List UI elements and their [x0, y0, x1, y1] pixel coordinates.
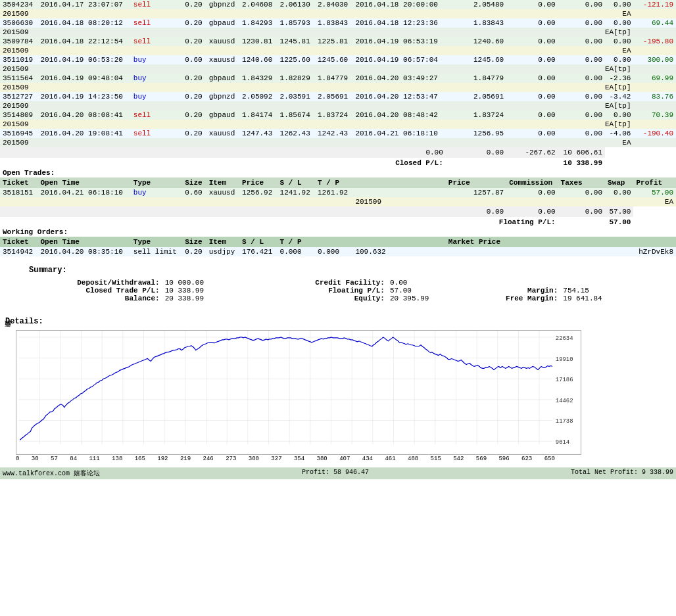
trade-taxes: 0.00 [558, 37, 605, 46]
balance-label: Balance: [26, 295, 165, 302]
trade-close-price: 2.05691 [446, 92, 506, 101]
trade-close-price: 1.84779 [446, 74, 506, 83]
trade-type: sell [131, 129, 182, 138]
wo-comment: hZrDvEk8 [633, 247, 676, 256]
footer-total-label: Total Net Profit: [571, 469, 638, 476]
floating-pnl-row: Floating P/L: 57.00 [0, 217, 676, 227]
col-tp: T / P [315, 178, 352, 188]
trade-price: 1240.60 [239, 55, 277, 64]
wo-col-rest [506, 237, 676, 247]
col-size: Size [182, 178, 206, 188]
trade-sub2: EA[tp] [446, 28, 634, 37]
ot-type: buy [131, 188, 182, 197]
x-label-192: 192 [157, 456, 168, 462]
trade-item: gbpaud [206, 110, 239, 120]
trade-close-price: 1256.95 [446, 129, 506, 138]
details-section: Details: 余额 [0, 308, 676, 467]
trade-swap: 0.00 [605, 55, 633, 64]
trade-sub-row-3506630: 201509 EA[tp] [0, 28, 676, 37]
svg-text:22634: 22634 [556, 335, 573, 342]
ot-sub-profit: 57.00 [605, 206, 633, 217]
trade-ticket: 3509784 [0, 37, 37, 46]
working-orders-title-row: Working Orders: [0, 227, 676, 237]
trade-tp: 1245.60 [315, 55, 352, 64]
trade-tp: 1242.43 [315, 129, 352, 138]
trade-row-3509784: 3509784 2016.04.18 22:12:54 sell 0.20 xa… [0, 37, 676, 46]
x-label-300: 300 [249, 456, 259, 462]
trade-size: 0.20 [182, 18, 206, 28]
trade-open-time: 2016.04.17 23:07:07 [37, 0, 130, 9]
chart-y-title: 余额 [3, 330, 14, 335]
trade-sub-row-3511019: 201509 EA[tp] [0, 64, 676, 74]
trade-row-3511019: 3511019 2016.04.19 06:53:20 buy 0.60 xau… [0, 55, 676, 64]
trade-price: 1.84293 [239, 18, 277, 28]
x-label-30: 30 [32, 456, 39, 462]
ot-current-price: 1257.87 [446, 188, 506, 197]
trade-size: 0.20 [182, 129, 206, 138]
trade-size: 0.20 [182, 92, 206, 101]
subtotal-taxes: 0.00 [446, 147, 506, 158]
ot-taxes: 0.00 [558, 188, 605, 197]
trade-sub2: EA[tp] [446, 120, 634, 129]
trade-swap: -2.36 [605, 74, 633, 83]
x-label-84: 84 [70, 456, 77, 462]
subtotal-commission: 0.00 [352, 147, 445, 158]
x-label-569: 569 [476, 456, 487, 462]
trade-sub-row-3509784: 201509 EA [0, 46, 676, 55]
subtotal-profit: 10 606.61 [558, 147, 605, 158]
trade-sl: 1.82829 [278, 74, 315, 83]
x-label-380: 380 [317, 456, 327, 462]
trade-row-3504234: 3504234 2016.04.17 23:07:07 sell 0.20 gb… [0, 0, 676, 9]
footer-profit-label: Profit: [302, 469, 329, 476]
trade-item: gbpnzd [206, 92, 239, 101]
trade-row-3511564: 3511564 2016.04.19 09:48:04 buy 0.20 gbp… [0, 74, 676, 83]
open-subtotal-row: 0.00 0.00 0.00 57.00 [0, 206, 676, 217]
x-label-434: 434 [362, 456, 373, 462]
trade-close-price: 2.05480 [446, 0, 506, 9]
trade-tp: 2.05691 [315, 92, 352, 101]
trade-open-time: 2016.04.19 14:23:50 [37, 92, 130, 101]
trade-sub-row-3514809: 201509 EA[tp] [0, 120, 676, 129]
trade-sub1: 201509 [0, 9, 446, 18]
trade-profit: -190.40 [633, 129, 676, 138]
x-label-273: 273 [226, 456, 236, 462]
footer-watermark: www.talkforex.com 嬉客论坛 [3, 469, 100, 478]
trade-close-time: 2016.04.18 20:00:00 [352, 0, 445, 9]
ot-commission: 0.00 [506, 188, 558, 197]
svg-text:14462: 14462 [556, 398, 573, 404]
floating-summary-label: Floating P/L: [251, 287, 390, 295]
x-axis-labels: 0 30 57 84 111 138 165 192 219 246 273 3… [16, 455, 555, 462]
trade-profit: 83.76 [633, 92, 676, 101]
trade-size: 0.20 [182, 74, 206, 83]
ot-swap: 0.00 [605, 188, 633, 197]
trade-profit: -121.19 [633, 0, 676, 9]
trade-tp: 2.04030 [315, 0, 352, 9]
trade-price: 2.04608 [239, 0, 277, 9]
x-label-138: 138 [112, 456, 122, 462]
trade-sub1: 201509 [0, 28, 446, 37]
trade-open-time: 2016.04.19 09:48:04 [37, 74, 130, 83]
footer-total-value: 9 338.99 [642, 469, 673, 476]
trade-open-time: 2016.04.19 06:53:20 [37, 55, 130, 64]
trade-swap: -3.42 [605, 92, 633, 101]
trade-commission: 0.00 [506, 129, 558, 138]
x-label-165: 165 [135, 456, 145, 462]
ot-sub-swap: 0.00 [558, 206, 605, 217]
trade-taxes: 0.00 [558, 74, 605, 83]
wo-price: 176.421 [239, 247, 277, 256]
trade-close-price: 1.83724 [446, 110, 506, 120]
trade-sub2: EA[tp] [446, 101, 634, 110]
svg-text:9014: 9014 [556, 439, 569, 446]
ot-sub-taxes: 0.00 [506, 206, 558, 217]
trade-sub2: EA[tp] [446, 64, 634, 74]
trade-ticket: 3512727 [0, 92, 37, 101]
trade-open-time: 2016.04.18 22:12:54 [37, 37, 130, 46]
wo-sl: 0.000 [278, 247, 315, 256]
ot-sub-commission: 0.00 [446, 206, 506, 217]
free-margin-label: Free Margin: [477, 295, 564, 302]
x-label-327: 327 [271, 456, 281, 462]
trade-taxes: 0.00 [558, 18, 605, 28]
trade-commission: 0.00 [506, 18, 558, 28]
trade-commission: 0.00 [506, 0, 558, 9]
floating-pnl-label: Floating P/L: [0, 217, 558, 227]
